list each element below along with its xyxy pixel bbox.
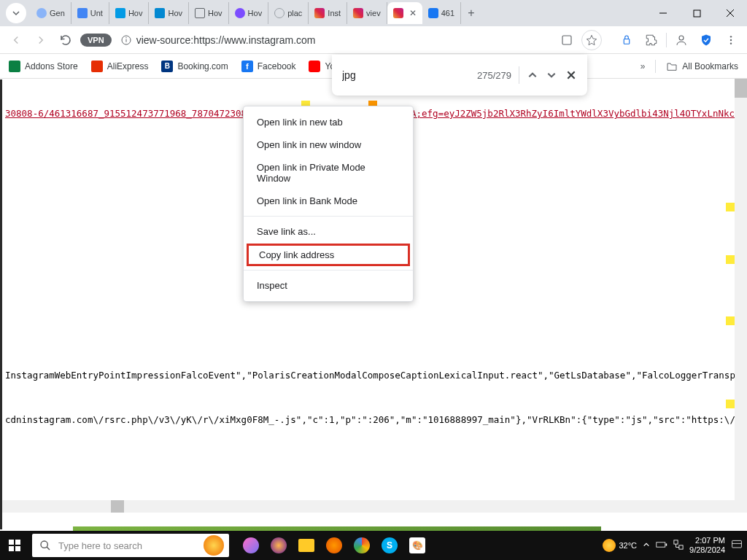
tab-label: Hov [208,9,222,18]
all-bookmarks[interactable]: All Bookmarks [666,61,738,71]
tab-hov-3[interactable]: Hov [189,2,229,24]
taskbar-explorer[interactable] [295,534,317,556]
svg-point-8 [730,36,732,37]
svg-rect-20 [679,545,683,549]
maximize-button[interactable] [680,0,713,26]
bookmark-label: AliExpress [107,61,149,71]
find-highlight [726,316,735,325]
ctx-open-new-window[interactable]: Open link in new window [244,133,413,156]
bookmark-booking[interactable]: BBooking.com [161,61,228,72]
taskbar-clock[interactable]: 2:07 PM 9/28/2024 [689,536,725,555]
taskbar-browser[interactable] [268,534,290,556]
taskbar-skype[interactable]: S [379,534,400,556]
tab-unt[interactable]: Unt [71,2,109,24]
taskbar-paint[interactable]: 🎨 [406,534,428,556]
tab-hov-1[interactable]: Hov [109,2,150,24]
ctx-inspect[interactable]: Inspect [244,274,413,297]
ctx-open-bank[interactable]: Open link in Bank Mode [244,190,413,212]
find-next-button[interactable] [546,67,557,83]
tab-461[interactable]: 461 [422,2,461,24]
taskbar-copilot[interactable] [240,534,262,556]
extensions-icon[interactable] [641,30,662,50]
tab-gen[interactable]: Gen [31,2,71,24]
tab-active[interactable]: ✕ [387,2,422,24]
svg-line-16 [47,547,50,550]
address-bar: VPN view-source:https://www.instagram.co… [0,26,747,54]
folder-icon [666,61,678,71]
all-bookmarks-label: All Bookmarks [682,61,738,71]
info-icon [120,34,132,46]
tab-label: 461 [441,9,454,18]
reload-button[interactable] [55,30,76,50]
tab-plac[interactable]: plac [268,2,309,24]
find-highlight [726,400,735,408]
tab-inst[interactable]: Inst [309,2,347,24]
weather-text: 32°C [619,541,637,550]
tab-label: Inst [328,9,341,18]
new-tab-button[interactable]: + [461,7,481,20]
minimize-button[interactable] [646,0,680,26]
start-button[interactable] [0,531,29,560]
find-close-button[interactable] [565,67,577,83]
forward-button[interactable] [31,30,51,50]
vpn-badge[interactable]: VPN [80,34,112,47]
back-button[interactable] [6,30,26,50]
tab-hov-4[interactable]: Hov [229,2,269,24]
ctx-open-private[interactable]: Open link in Private Mode Window [244,156,413,190]
bookmark-aliexpress[interactable]: AliExpress [91,61,149,72]
source-text: cdninstagram.com\/rsrc.php\/v3\/yK\/r\/x… [5,414,747,425]
taskbar-chrome[interactable] [351,534,373,556]
source-link-1[interactable]: 30808-6/461316687_915512473771968_787047… [5,108,258,119]
tab-hov-2[interactable]: Hov [149,2,189,24]
find-input[interactable] [342,69,470,81]
bookmark-facebook[interactable]: fFacebook [241,61,296,72]
taskbar-firefox[interactable] [323,534,345,556]
ctx-open-new-tab[interactable]: Open link in new tab [244,111,413,133]
ctx-copy-link[interactable]: Copy link address [247,244,410,266]
svg-rect-12 [15,540,20,545]
find-bar: 275/279 [332,55,587,96]
shield-icon[interactable] [696,30,716,50]
scrollbar-thumb[interactable] [735,79,747,98]
tray-notifications-icon[interactable] [731,539,743,552]
find-count: 275/279 [477,70,511,81]
tab-label: viev [366,9,381,18]
scrollbar-thumb[interactable] [111,500,124,513]
svg-rect-23 [732,540,742,548]
bookmark-addons[interactable]: Addons Store [9,61,78,72]
url-box[interactable]: view-source:https://www.instagram.com [116,34,552,46]
svg-rect-6 [624,39,630,44]
menu-icon[interactable] [721,30,741,50]
bookmark-label: Facebook [258,61,296,71]
close-icon[interactable]: ✕ [409,8,417,18]
svg-rect-11 [9,540,14,545]
bookmarks-overflow-icon[interactable]: » [640,61,646,71]
url-text: view-source:https://www.instagram.com [136,34,316,46]
svg-rect-1 [694,10,700,17]
tray-network-icon[interactable] [673,540,684,551]
security-icon[interactable] [616,30,637,50]
taskbar-search[interactable]: Type here to search [32,534,229,557]
reader-icon[interactable] [557,30,577,50]
tab-label: Gen [50,9,65,18]
profile-icon[interactable] [671,30,692,50]
bookmark-youtube[interactable]: Yo [309,61,335,72]
find-highlight [726,203,735,211]
weather-icon[interactable]: 32°C [603,539,637,552]
vertical-scrollbar[interactable] [735,79,747,513]
svg-rect-19 [674,540,678,544]
source-link-2[interactable]: A;efg=eyJ2ZW5jb2RlX3RhZyI6ImltYWdlX3VybG… [411,108,746,119]
taskbar: Type here to search S 🎨 32°C 2:07 PM 9/2… [0,531,747,560]
horizontal-scrollbar[interactable] [0,500,735,513]
ctx-save-link[interactable]: Save link as... [244,220,413,243]
tray-chevron-icon[interactable] [643,541,650,550]
clock-date: 9/28/2024 [689,545,725,555]
svg-point-4 [125,37,126,38]
close-window-button[interactable] [713,0,747,26]
bookmark-star-icon[interactable] [581,30,602,50]
find-prev-button[interactable] [527,67,538,83]
tray-battery-icon[interactable] [656,540,667,551]
svg-point-15 [41,541,47,548]
tab-search-dropdown[interactable] [6,3,26,23]
tab-viev[interactable]: viev [347,2,387,24]
